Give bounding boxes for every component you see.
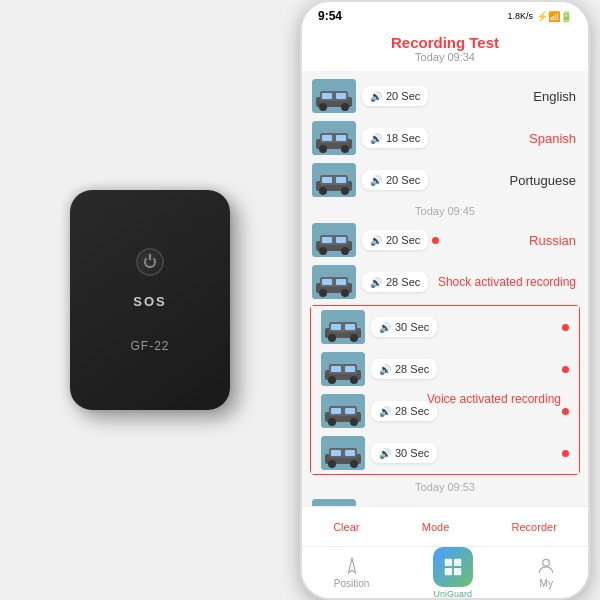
svg-point-5	[319, 103, 327, 111]
svg-rect-18	[336, 177, 346, 183]
recording-bubble[interactable]: 🔊 20 Sec	[362, 170, 428, 190]
svg-rect-59	[331, 450, 341, 456]
list-item[interactable]: 🔊 30 Sec	[311, 306, 579, 348]
list-item[interactable]: 🔊 20 Sec Portuguese	[302, 159, 588, 201]
recording-bubble[interactable]: 🔊 20 Sec	[362, 230, 428, 250]
device-area: SOS GF-22	[0, 60, 300, 540]
app-title: Recording Test	[318, 34, 572, 51]
recording-label-voice: Voice activated recording	[427, 392, 561, 406]
svg-point-47	[328, 376, 336, 384]
audio-icon: 🔊	[379, 448, 391, 459]
position-icon	[342, 556, 362, 576]
recording-thumb	[321, 394, 365, 428]
svg-rect-73	[454, 567, 461, 574]
bottom-toolbar: Clear Mode Recorder	[302, 506, 588, 546]
svg-rect-52	[331, 408, 341, 414]
app-header: Recording Test Today 09:34	[302, 30, 588, 71]
date-label-3: Today 09:53	[302, 477, 588, 495]
svg-point-74	[543, 559, 550, 566]
recording-thumb	[312, 265, 356, 299]
list-item[interactable]: 🔊 28 Sec Voice activated recording	[311, 390, 579, 432]
mode-button[interactable]: Mode	[414, 519, 458, 535]
list-item[interactable]: 🔊 18 Sec Spanish	[302, 117, 588, 159]
duration-text: 28 Sec	[386, 276, 420, 288]
duration-text: 20 Sec	[386, 234, 420, 246]
svg-rect-31	[322, 279, 332, 285]
list-item[interactable]: 🔊 28 Sec	[302, 495, 588, 506]
duration-text: 20 Sec	[386, 174, 420, 186]
recording-label-spanish: Spanish	[529, 131, 576, 146]
sos-label: SOS	[133, 294, 166, 309]
svg-rect-72	[445, 567, 452, 574]
audio-icon: 🔊	[379, 322, 391, 333]
duration-text: 30 Sec	[395, 321, 429, 333]
svg-rect-32	[336, 279, 346, 285]
svg-rect-46	[345, 366, 355, 372]
gps-device: SOS GF-22	[70, 190, 230, 410]
list-item[interactable]: 🔊 30 Sec	[311, 432, 579, 474]
svg-rect-53	[345, 408, 355, 414]
recording-bubble[interactable]: 🔊 28 Sec	[371, 359, 437, 379]
red-dot	[562, 408, 569, 415]
model-label: GF-22	[130, 339, 169, 353]
date-label-2: Today 09:45	[302, 201, 588, 219]
my-icon	[536, 556, 556, 576]
uniguard-icon	[442, 556, 464, 578]
recording-bubble[interactable]: 🔊 20 Sec	[362, 86, 428, 106]
svg-rect-17	[322, 177, 332, 183]
recorder-label: Recorder	[512, 521, 557, 533]
svg-rect-60	[345, 450, 355, 456]
recording-thumb	[312, 121, 356, 155]
uniguard-logo	[433, 547, 473, 587]
recording-thumb	[321, 310, 365, 344]
nav-function-label: UniGuard	[434, 589, 473, 599]
recording-thumb	[321, 436, 365, 470]
list-item[interactable]: 🔊 28 Sec Shock activated recording	[302, 261, 588, 303]
duration-text: 28 Sec	[395, 363, 429, 375]
svg-rect-25	[336, 237, 346, 243]
red-outline-group: 🔊 30 Sec	[310, 305, 580, 475]
recording-thumb	[312, 79, 356, 113]
svg-rect-11	[336, 135, 346, 141]
duration-text: 28 Sec	[395, 405, 429, 417]
recording-thumb	[312, 499, 356, 506]
clear-button[interactable]: Clear	[325, 519, 367, 535]
svg-rect-70	[445, 558, 452, 565]
recorder-button[interactable]: Recorder	[504, 519, 565, 535]
audio-icon: 🔊	[370, 277, 382, 288]
power-button[interactable]	[136, 248, 164, 276]
app-subtitle: Today 09:34	[318, 51, 572, 63]
svg-point-54	[328, 418, 336, 426]
list-item[interactable]: 🔊 20 Sec English	[302, 75, 588, 117]
svg-rect-38	[331, 324, 341, 330]
recording-bubble[interactable]: 🔊 30 Sec	[371, 443, 437, 463]
recording-bubble[interactable]: 🔊 28 Sec	[362, 272, 428, 292]
signal-icon: ⚡📶🔋	[536, 11, 572, 22]
duration-text: 20 Sec	[386, 90, 420, 102]
nav-position[interactable]: Position	[334, 556, 370, 589]
svg-point-48	[350, 376, 358, 384]
nav-position-label: Position	[334, 578, 370, 589]
svg-rect-24	[322, 237, 332, 243]
svg-point-13	[341, 145, 349, 153]
audio-icon: 🔊	[370, 175, 382, 186]
red-dot	[432, 237, 439, 244]
list-item[interactable]: 🔊 20 Sec Russian	[302, 219, 588, 261]
list-item[interactable]: 🔊 28 Sec	[311, 348, 579, 390]
recording-label-shock: Shock activated recording	[438, 275, 576, 289]
svg-rect-10	[322, 135, 332, 141]
red-dot	[562, 450, 569, 457]
svg-rect-63	[312, 499, 356, 506]
nav-function[interactable]: UniGuard	[433, 547, 473, 599]
svg-point-41	[350, 334, 358, 342]
recording-bubble[interactable]: 🔊 30 Sec	[371, 317, 437, 337]
svg-point-27	[341, 247, 349, 255]
nav-my[interactable]: My	[536, 556, 556, 589]
recording-label-english: English	[533, 89, 576, 104]
audio-icon: 🔊	[379, 406, 391, 417]
recording-label-russian: Russian	[529, 233, 576, 248]
recording-thumb	[321, 352, 365, 386]
svg-point-20	[341, 187, 349, 195]
recording-bubble[interactable]: 🔊 18 Sec	[362, 128, 428, 148]
red-dot	[562, 324, 569, 331]
